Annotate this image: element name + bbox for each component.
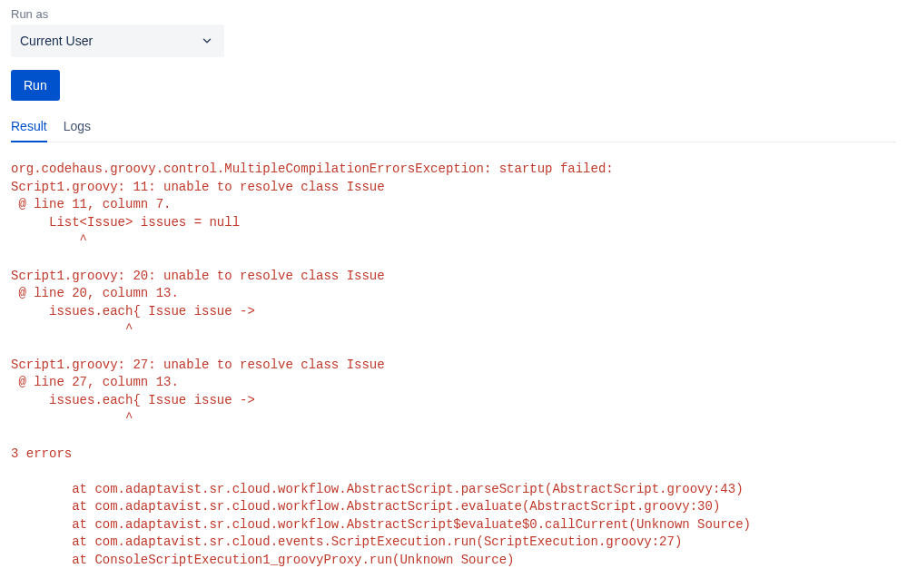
tab-logs[interactable]: Logs <box>64 119 91 142</box>
tabs: Result Logs <box>11 119 896 142</box>
run-as-selected: Current User <box>20 34 93 48</box>
chevron-down-icon <box>199 33 215 49</box>
run-button[interactable]: Run <box>11 70 60 101</box>
run-as-dropdown[interactable]: Current User <box>11 24 224 57</box>
output-panel: org.codehaus.groovy.control.MultipleComp… <box>11 161 896 570</box>
run-as-label: Run as <box>11 7 896 21</box>
tab-result[interactable]: Result <box>11 119 47 142</box>
